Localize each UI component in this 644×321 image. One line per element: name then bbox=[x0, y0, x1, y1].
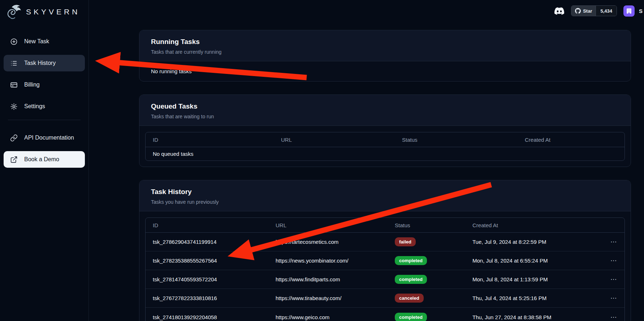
sidebar-item-api-documentation[interactable]: API Documentation bbox=[4, 129, 85, 146]
table-row[interactable]: tsk_278147405593572204https://www.findit… bbox=[146, 270, 624, 289]
task-actions-cell: ⋯ bbox=[601, 276, 624, 282]
task-id: tsk_278147405593572204 bbox=[146, 276, 268, 282]
sidebar-nav: New Task Task History Billing Settings A… bbox=[0, 33, 88, 168]
sidebar-item-book-a-demo[interactable]: Book a Demo bbox=[4, 151, 85, 168]
sidebar-item-label: API Documentation bbox=[24, 135, 74, 141]
github-icon bbox=[575, 8, 581, 14]
status-badge: completed bbox=[395, 256, 427, 265]
sidebar-item-label: Book a Demo bbox=[24, 156, 59, 163]
discord-button[interactable] bbox=[554, 5, 565, 16]
task-url: https://www.finditparts.com bbox=[268, 276, 388, 282]
task-created-at: Thu, Jun 27, 2024 at 8:38:58 PM bbox=[465, 314, 601, 320]
task-created-at: Tue, Jul 9, 2024 at 8:22:59 PM bbox=[465, 239, 601, 245]
task-history-card: Task History Tasks you have run previous… bbox=[139, 180, 631, 321]
github-star-label: Star bbox=[583, 8, 592, 14]
main-content: Running Tasks Tasks that are currently r… bbox=[89, 0, 644, 321]
row-actions-button[interactable]: ⋯ bbox=[610, 295, 617, 301]
sidebar-item-label: New Task bbox=[24, 38, 49, 45]
column-header-url: URL bbox=[268, 222, 388, 228]
table-row[interactable]: tsk_276727822333810816https://www.tirabe… bbox=[146, 289, 624, 308]
column-header-created-at: Created At bbox=[465, 222, 601, 228]
link-icon bbox=[10, 134, 18, 142]
column-header-id: ID bbox=[146, 137, 274, 143]
task-url: https://tartecosmetics.com bbox=[268, 239, 388, 245]
queued-tasks-table: ID URL Status Created At No queued tasks bbox=[145, 132, 625, 161]
sidebar-item-task-history[interactable]: Task History bbox=[4, 55, 85, 71]
status-badge: completed bbox=[395, 275, 427, 284]
gear-icon bbox=[10, 103, 18, 110]
list-icon bbox=[10, 60, 18, 67]
column-header-created-at: Created At bbox=[518, 137, 624, 143]
task-status-cell: failed bbox=[388, 237, 465, 246]
queued-tasks-card: Queued Tasks Tasks that are waiting to r… bbox=[139, 94, 631, 167]
topbar: Star 5,434 S bbox=[89, 0, 644, 22]
task-actions-cell: ⋯ bbox=[601, 258, 624, 264]
row-actions-button[interactable]: ⋯ bbox=[610, 258, 617, 264]
skyvern-dragon-icon bbox=[5, 4, 22, 20]
row-actions-button[interactable]: ⋯ bbox=[610, 314, 617, 320]
card-subtitle: Tasks you have run previously bbox=[151, 199, 619, 205]
task-id: tsk_276727822333810816 bbox=[146, 295, 268, 301]
card-subtitle: Tasks that are currently running bbox=[151, 49, 619, 55]
task-id: tsk_274180139292204058 bbox=[146, 314, 268, 320]
column-header-status: Status bbox=[388, 222, 465, 228]
github-star-count: 5,434 bbox=[596, 6, 617, 16]
task-url: https://www.tirabeauty.com/ bbox=[268, 295, 388, 301]
status-badge: completed bbox=[395, 313, 427, 321]
card-title: Queued Tasks bbox=[151, 102, 619, 110]
sidebar-item-label: Task History bbox=[24, 60, 56, 66]
card-title: Running Tasks bbox=[151, 38, 619, 46]
task-history-header: Task History Tasks you have run previous… bbox=[139, 180, 631, 211]
task-url: https://www.geico.com bbox=[268, 314, 388, 320]
history-rows: tsk_278629043741199914https://tartecosme… bbox=[146, 233, 624, 321]
table-header-row: ID URL Status Created At bbox=[146, 132, 624, 147]
credit-card-icon bbox=[10, 81, 18, 89]
sidebar-item-new-task[interactable]: New Task bbox=[4, 33, 85, 50]
task-status-cell: completed bbox=[388, 313, 465, 321]
card-subtitle: Tasks that are waiting to run bbox=[151, 114, 619, 119]
row-actions-button[interactable]: ⋯ bbox=[610, 239, 617, 245]
task-actions-cell: ⋯ bbox=[601, 239, 624, 245]
status-badge: failed bbox=[395, 237, 416, 246]
task-created-at: Mon, Jul 8, 2024 at 6:55:24 PM bbox=[465, 258, 601, 264]
avatar[interactable] bbox=[623, 5, 635, 17]
column-header-url: URL bbox=[274, 137, 395, 143]
row-actions-button[interactable]: ⋯ bbox=[610, 276, 617, 282]
sidebar-item-settings[interactable]: Settings bbox=[4, 98, 85, 115]
github-star-button[interactable]: Star 5,434 bbox=[571, 5, 617, 16]
table-row[interactable]: tsk_274180139292204058https://www.geico.… bbox=[146, 308, 624, 321]
table-row[interactable]: tsk_278629043741199914https://tartecosme… bbox=[146, 233, 624, 251]
table-row[interactable]: tsk_278235388555267564https://news.ycomb… bbox=[146, 251, 624, 270]
table-header-row: ID URL Status Created At bbox=[146, 218, 624, 233]
task-actions-cell: ⋯ bbox=[601, 295, 624, 301]
sidebar-item-billing[interactable]: Billing bbox=[4, 76, 85, 93]
running-tasks-empty: No running tasks bbox=[139, 61, 631, 81]
logo[interactable]: SKYVERN bbox=[0, 0, 88, 24]
queued-tasks-header: Queued Tasks Tasks that are waiting to r… bbox=[139, 95, 631, 126]
task-history-table: ID URL Status Created At tsk_27862904374… bbox=[145, 217, 625, 321]
running-tasks-card: Running Tasks Tasks that are currently r… bbox=[139, 30, 631, 82]
card-title: Task History bbox=[151, 188, 619, 196]
task-actions-cell: ⋯ bbox=[601, 314, 624, 320]
task-created-at: Mon, Jul 8, 2024 at 1:13:59 PM bbox=[465, 276, 601, 282]
external-link-icon bbox=[10, 156, 18, 163]
task-url: https://news.ycombinator.com/ bbox=[268, 258, 388, 264]
sidebar-item-label: Settings bbox=[24, 103, 45, 110]
task-status-cell: completed bbox=[388, 275, 465, 284]
task-status-cell: canceled bbox=[388, 294, 465, 303]
brand-name: SKYVERN bbox=[26, 8, 80, 16]
column-header-id: ID bbox=[146, 222, 268, 228]
organization-icon bbox=[626, 8, 632, 14]
running-tasks-header: Running Tasks Tasks that are currently r… bbox=[139, 30, 631, 61]
discord-icon bbox=[554, 6, 564, 16]
sidebar-item-label: Billing bbox=[24, 82, 40, 88]
task-created-at: Thu, Jul 4, 2024 at 5:25:16 PM bbox=[465, 295, 601, 301]
plus-circle-icon bbox=[10, 38, 18, 45]
status-badge: canceled bbox=[395, 294, 424, 303]
task-id: tsk_278629043741199914 bbox=[146, 239, 268, 245]
queued-tasks-empty: No queued tasks bbox=[146, 147, 624, 160]
sidebar: SKYVERN New Task Task History Billing Se… bbox=[0, 0, 89, 321]
task-status-cell: completed bbox=[388, 256, 465, 265]
task-id: tsk_278235388555267564 bbox=[146, 258, 268, 264]
sidebar-divider bbox=[8, 120, 81, 120]
